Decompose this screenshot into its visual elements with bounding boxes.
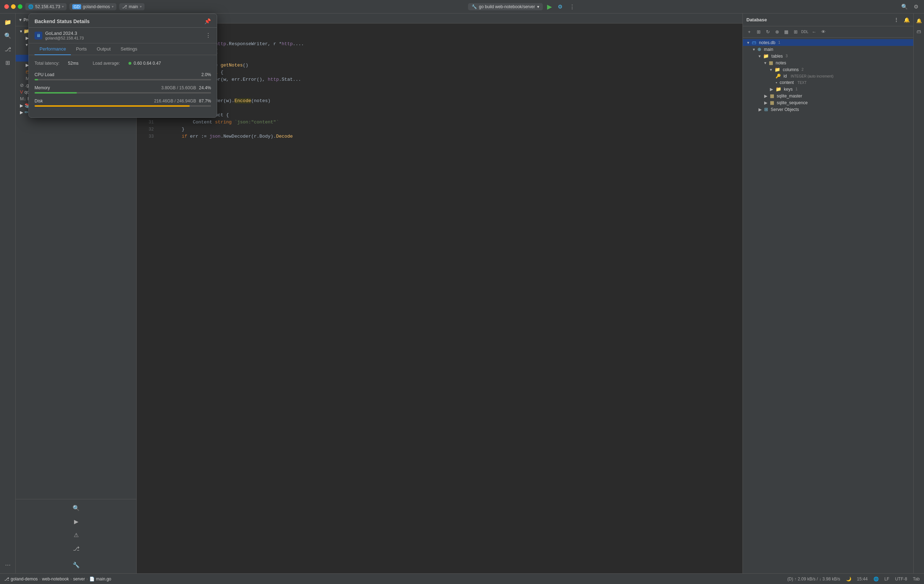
status-right: (D) ↑ 2.09 kB/s / ↓ 3.98 kB/s 🌙 15:44 🌐 … <box>787 577 920 582</box>
db-tree-server-objects[interactable]: ▶ ⊞ Server Objects <box>743 106 913 113</box>
build-label: go build web-notebook/server <box>479 4 535 9</box>
scratches-icon: ✏ <box>25 110 28 115</box>
gitignore-icon: ⊘ <box>20 82 24 88</box>
db-tree-notes-db[interactable]: ▾ 🗃 notes.db 1 <box>743 39 913 46</box>
db-tree-columns[interactable]: ▾ 📁 columns 2 <box>743 66 913 73</box>
far-right-db[interactable]: 🗃 <box>915 27 923 36</box>
db-tree-notes-table[interactable]: ▾ ▦ notes <box>743 59 913 66</box>
load-avg-value: 0.60 0.64 0.47 <box>129 61 161 66</box>
md-file-icon2: M↓ <box>20 96 26 101</box>
popup-tabs: Performance Ports Output Settings <box>29 43 217 55</box>
disk-progress-fill <box>35 105 190 107</box>
maximize-button[interactable] <box>18 4 22 9</box>
settings-icon[interactable]: ⚙ <box>912 3 920 11</box>
db-grid-button[interactable]: ⊞ <box>791 28 800 36</box>
database-panel: Database ⋮ 🔔 + ⊞ ↻ ⊗ ▦ ⊞ DDL ← 👁 ▾ 🗃 not… <box>742 13 913 573</box>
tab-performance[interactable]: Performance <box>35 43 71 55</box>
popup-server-more-icon[interactable]: ⋮ <box>205 32 211 39</box>
db-filter-button[interactable]: ⊗ <box>773 28 781 36</box>
db-item-label: id <box>782 74 787 79</box>
sidebar-item-folder[interactable]: 📁 <box>2 16 13 28</box>
db-tree-sqlite-master[interactable]: ▶ ▦ sqlite_master <box>743 92 913 99</box>
db-keys-badge: 1 <box>795 87 798 91</box>
db-tree-keys[interactable]: ▶ 📁 keys 1 <box>743 86 913 92</box>
db-tree-tables[interactable]: ▾ 📁 tables 3 <box>743 53 913 59</box>
code-line-19: 19 <box>137 33 742 41</box>
db-item-badge: 3 <box>785 54 788 58</box>
database-bell-icon[interactable]: 🔔 <box>904 17 910 23</box>
popup-pin-icon[interactable]: 📌 <box>204 18 211 25</box>
build-segment[interactable]: 🔧 go build web-notebook/server ▾ <box>468 3 543 10</box>
far-right-notifications[interactable]: 🔔 <box>915 16 923 25</box>
sidebar-item-git[interactable]: ⎇ <box>2 43 13 55</box>
sidebar-item-components[interactable]: ⊞ <box>2 57 13 68</box>
db-item-label: Server Objects <box>769 107 799 112</box>
metric-disk-header: Disk 216.46GB / 246.94GB 87.7% <box>35 99 211 104</box>
server-icon: 🖥 <box>35 32 42 39</box>
metric-disk-detail: 216.46GB / 246.94GB <box>154 99 196 104</box>
db-file-icon: 🗃 <box>752 40 756 45</box>
database-more-icon[interactable]: ⋮ <box>894 17 899 23</box>
find-icon[interactable]: 🔍 <box>71 502 82 513</box>
db-connections-button[interactable]: ⊞ <box>754 28 763 36</box>
metric-cpu-pct: 2.0% <box>201 72 211 77</box>
db-tree-col-content[interactable]: ▪ content TEXT <box>743 79 913 86</box>
vcs-icon[interactable]: 🔧 <box>71 559 82 571</box>
code-line-23: 23 notes, err := getNotes() <box>137 62 742 69</box>
debug-icon[interactable]: ⚙ <box>556 3 564 11</box>
db-expand-icon: ▾ <box>770 67 772 72</box>
ip-segment[interactable]: 🌐 52.158.41.73 ▾ <box>25 3 66 10</box>
sidebar-item-more[interactable]: ⋯ <box>2 559 13 571</box>
todo-icon[interactable]: ⚠ <box>71 529 82 541</box>
branch-segment[interactable]: ⎇ main ▾ <box>119 3 145 10</box>
play-button[interactable]: ▶ <box>547 3 552 11</box>
code-line-22: 22 case "GET": <box>137 55 742 62</box>
folder-collapse-icon: ▶ <box>20 110 23 115</box>
breadcrumb-file-icon: 📄 <box>89 577 95 582</box>
metric-memory-header: Memory 3.80GB / 15.60GB 24.4% <box>35 86 211 90</box>
db-table-button[interactable]: ▦ <box>782 28 790 36</box>
git-icon[interactable]: ⎇ <box>71 543 82 554</box>
tab-ports[interactable]: Ports <box>71 43 91 55</box>
tab-settings[interactable]: Settings <box>116 43 142 55</box>
more-icon[interactable]: ⋮ <box>568 3 576 11</box>
close-button[interactable] <box>4 4 9 9</box>
code-line-20: 20 func notesHandler(w http.ResponseWrit… <box>137 41 742 48</box>
minimize-button[interactable] <box>11 4 16 9</box>
db-tree-col-id[interactable]: 🔑 id INTEGER (auto increment) <box>743 73 913 79</box>
db-add-button[interactable]: + <box>745 28 754 36</box>
backend-status-popup: Backend Status Details 📌 🖥 GoLand 2024.3… <box>28 13 217 118</box>
sidebar-item-search[interactable]: 🔍 <box>2 30 13 41</box>
db-expand-icon: ▾ <box>747 40 749 45</box>
code-line-26: 26 return <box>137 83 742 90</box>
traffic-lights <box>4 4 22 9</box>
db-tree-main[interactable]: ▾ ⊕ main <box>743 46 913 53</box>
db-refresh-button[interactable]: ↻ <box>764 28 772 36</box>
code-line-30: 30 var note struct { <box>137 112 742 119</box>
code-editor[interactable]: ⚠ 1 ∧ ∨ 18 } 19 20 func notesHandler(w h… <box>137 13 742 573</box>
db-eye-button[interactable]: 👁 <box>819 28 828 36</box>
panel-bottom-icons: 🔍 ▶ ⚠ ⎇ 🔧 <box>16 499 136 573</box>
run-icon[interactable]: ▶ <box>71 516 82 527</box>
code-area[interactable]: 18 } 19 20 func notesHandler(w http.Resp… <box>137 23 742 573</box>
metric-disk-name: Disk <box>35 99 43 104</box>
server-name: GoLand 2024.3 <box>45 31 84 36</box>
org-label: goland-demos <box>83 4 110 9</box>
search-icon[interactable]: 🔍 <box>900 3 909 11</box>
db-expand-icon: ▶ <box>759 107 762 112</box>
db-ddl-button[interactable]: DDL <box>800 28 809 36</box>
db-columns-badge: 2 <box>802 67 804 71</box>
breadcrumb-org: goland-demos <box>11 577 38 582</box>
popup-title: Backend Status Details <box>35 18 90 24</box>
db-arrow-button[interactable]: ← <box>810 28 818 36</box>
status-indent: Tab <box>913 577 920 582</box>
left-sidebar-icons: 📁 🔍 ⎇ ⊞ ⋯ <box>0 13 16 573</box>
perf-latency-row: Total latency: 52ms Load average: 0.60 0… <box>35 61 211 66</box>
org-segment[interactable]: GD goland-demos ▾ <box>69 3 116 10</box>
tab-output[interactable]: Output <box>92 43 116 55</box>
code-line-33: 33 if err := json.NewDecoder(r.Body).Dec… <box>137 133 742 140</box>
far-right-icons: 🔔 🗃 <box>913 13 924 573</box>
db-tree-sqlite-sequence[interactable]: ▶ ▦ sqlite_sequence <box>743 99 913 106</box>
popup-server-row: 🖥 GoLand 2024.3 goland@52.158.41.73 ⋮ <box>29 28 217 43</box>
metric-cpu-name: CPU Load <box>35 72 54 77</box>
